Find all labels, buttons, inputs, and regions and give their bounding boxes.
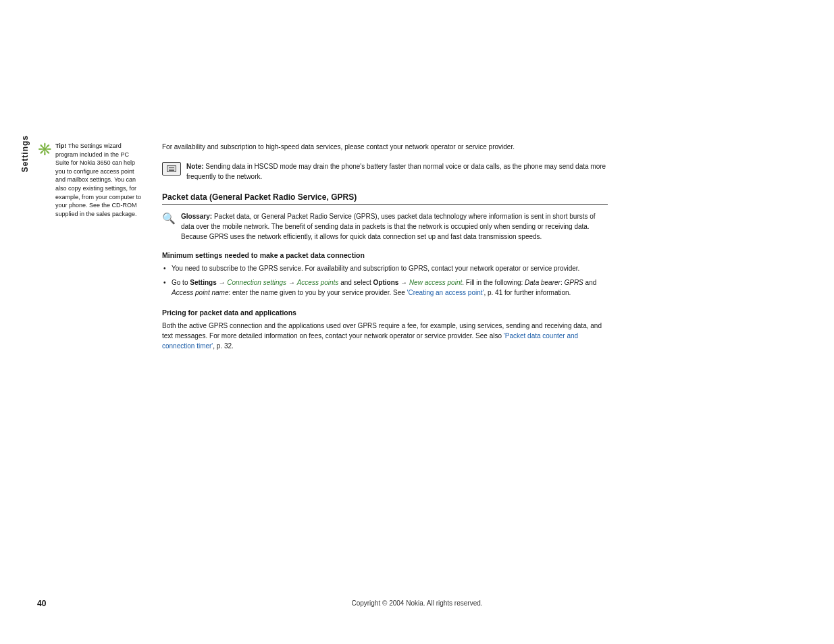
- sidebar: Settings: [20, 135, 34, 173]
- bullet-2-data-bearer: Data bearer: [525, 279, 561, 286]
- bullet-2-and-select: and select: [338, 279, 373, 286]
- note-text: Note: Sending data in HSCSD mode may dra…: [186, 161, 608, 182]
- tip-icon: ✳️: [37, 143, 52, 155]
- glossary-text: Glossary: Packet data, or General Packet…: [181, 211, 608, 242]
- left-column: ✳️ Tip! The Settings wizard program incl…: [37, 142, 142, 218]
- sidebar-label: Settings: [20, 135, 30, 172]
- page-number: 40: [37, 599, 46, 608]
- note-label: Note:: [186, 163, 204, 170]
- tip-box: ✳️ Tip! The Settings wizard program incl…: [37, 142, 142, 218]
- pricing-heading: Pricing for packet data and applications: [162, 308, 608, 317]
- bullet-2-arrow1: →: [217, 279, 228, 286]
- bullet-1-text: You need to subscribe to the GPRS servic…: [172, 265, 579, 272]
- main-content: For availability and subscription to hig…: [162, 142, 608, 351]
- bullet-item-1: You need to subscribe to the GPRS servic…: [162, 263, 608, 273]
- glossary-label: Glossary:: [181, 213, 212, 220]
- note-content: Sending data in HSCSD mode may drain the…: [186, 163, 606, 180]
- bullet-list: You need to subscribe to the GPRS servic…: [162, 263, 608, 298]
- bullet-2-creating-link: 'Creating an access point': [407, 289, 484, 296]
- note-icon-inner: [167, 165, 176, 172]
- glossary-content: Packet data, or General Packet Radio Ser…: [181, 213, 596, 240]
- bullet-2-access-point-name: Access point name: [172, 289, 229, 296]
- bullet-2-arrow3: →: [398, 279, 409, 286]
- tip-content: The Settings wizard program included in …: [55, 142, 141, 217]
- glossary-box: 🔍 Glossary: Packet data, or General Pack…: [162, 211, 608, 242]
- bullet-2-p41: , p. 41 for further information.: [484, 289, 571, 296]
- page-container: Settings ✳️ Tip! The Settings wizard pro…: [0, 0, 834, 644]
- note-box: Note: Sending data in HSCSD mode may dra…: [162, 161, 608, 182]
- footer-copyright: Copyright © 2004 Nokia. All rights reser…: [351, 599, 482, 607]
- pricing-text: Both the active GPRS connection and the …: [162, 321, 608, 351]
- minimum-settings-heading: Minimum settings needed to make a packet…: [162, 251, 608, 259]
- bullet-2-settings: Settings: [190, 279, 216, 286]
- bullet-2-enter: : enter the name given to you by your se…: [229, 289, 407, 296]
- intro-paragraph: For availability and subscription to hig…: [162, 142, 608, 152]
- bullet-2-prefix: Go to: [172, 279, 190, 286]
- note-icon: [162, 162, 181, 176]
- bullet-2-options: Options: [373, 279, 399, 286]
- bullet-2-gprs: GPRS: [564, 279, 583, 286]
- section-heading: Packet data (General Packet Radio Servic…: [162, 192, 608, 205]
- bullet-2-fill: . Fill in the following:: [462, 279, 525, 286]
- footer: 40 Copyright © 2004 Nokia. All rights re…: [37, 599, 797, 607]
- glossary-icon: 🔍: [162, 212, 176, 225]
- bullet-item-2: Go to Settings → Connection settings → A…: [162, 277, 608, 298]
- bullet-2-access-points: Access points: [297, 279, 339, 286]
- tip-text: Tip! The Settings wizard program include…: [55, 142, 142, 218]
- pricing-text-after: , p. 32.: [213, 342, 234, 350]
- bullet-2-arrow2: →: [286, 279, 297, 286]
- bullet-2-connection: Connection settings: [227, 279, 286, 286]
- tip-label: Tip!: [55, 142, 66, 149]
- bullet-2-new-access: New access point: [409, 279, 462, 286]
- bullet-2-and: and: [583, 279, 596, 286]
